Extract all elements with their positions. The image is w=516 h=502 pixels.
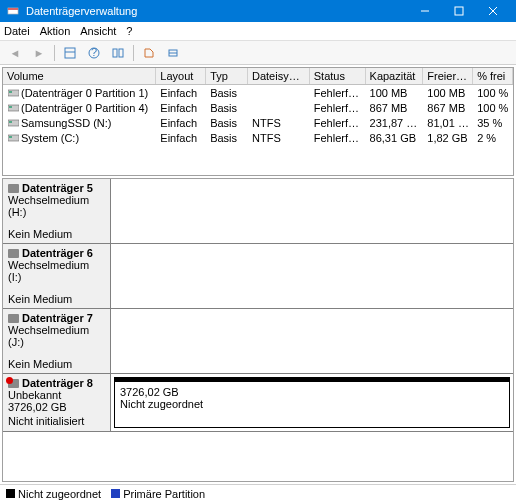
svg-rect-17 [9,106,12,108]
menubar: Datei Aktion Ansicht ? [0,22,516,41]
window-title: Datenträgerverwaltung [26,5,408,17]
col-pct[interactable]: % frei [473,68,513,84]
disk-row[interactable]: Datenträger 5Wechselmedium (H:)Kein Medi… [3,179,513,244]
vol-size: 3726,02 GB [120,386,504,398]
cell-layout: Einfach [156,87,206,99]
cell-pct: 100 % [473,87,513,99]
disk-row[interactable]: Datenträger 7Wechselmedium (J:)Kein Medi… [3,309,513,374]
unallocated-stripe [115,378,509,382]
disk-title: Datenträger 7 [22,312,93,324]
cell-cap: 867 MB [366,102,424,114]
menu-ansicht[interactable]: Ansicht [80,25,116,37]
cell-cap: 231,87 GB [366,117,424,129]
disk-status: Kein Medium [8,228,105,240]
col-capacity[interactable]: Kapazität [366,68,424,84]
disk-volume-area [111,244,513,308]
toolbar-btn-1[interactable] [59,43,81,63]
menu-aktion[interactable]: Aktion [40,25,71,37]
toolbar-divider [54,45,55,61]
col-layout[interactable]: Layout [156,68,206,84]
drive-icon [7,87,19,97]
drive-icon [7,132,19,142]
titlebar: Datenträgerverwaltung [0,0,516,22]
cell-type: Basis [206,132,248,144]
svg-rect-1 [8,8,18,10]
col-type[interactable]: Typ [206,68,248,84]
toolbar-divider [133,45,134,61]
minimize-button[interactable] [408,0,442,22]
disk-title: Datenträger 5 [22,182,93,194]
svg-text:?: ? [91,46,97,58]
maximize-button[interactable] [442,0,476,22]
volume-row[interactable]: SamsungSSD (N:)EinfachBasisNTFSFehlerfre… [3,115,513,130]
toolbar-btn-5[interactable] [162,43,184,63]
disk-media: Wechselmedium (J:) [8,324,105,348]
cell-pct: 100 % [473,102,513,114]
disk-info-panel: Datenträger 6Wechselmedium (I:)Kein Medi… [3,244,111,308]
cell-layout: Einfach [156,117,206,129]
col-free[interactable]: Freier S... [423,68,473,84]
volume-table-body[interactable]: (Datenträger 0 Partition 1)EinfachBasisF… [3,85,513,175]
cell-fs: NTFS [248,117,310,129]
volume-row[interactable]: (Datenträger 0 Partition 1)EinfachBasisF… [3,85,513,100]
svg-rect-3 [455,7,463,15]
legend-primary: Primäre Partition [111,488,205,500]
toolbar-btn-4[interactable] [138,43,160,63]
menu-help[interactable]: ? [126,25,132,37]
disk-row[interactable]: Datenträger 6Wechselmedium (I:)Kein Medi… [3,244,513,309]
cell-cap: 100 MB [366,87,424,99]
col-volume[interactable]: Volume [3,68,156,84]
disk-icon [8,379,19,388]
menu-datei[interactable]: Datei [4,25,30,37]
volume-row[interactable]: (Datenträger 0 Partition 4)EinfachBasisF… [3,100,513,115]
swatch-blue [111,489,120,498]
disk-status: Kein Medium [8,293,105,305]
cell-status: Fehlerfrei ... [310,132,366,144]
disk-info-panel: Datenträger 7Wechselmedium (J:)Kein Medi… [3,309,111,373]
cell-status: Fehlerfrei ... [310,117,366,129]
svg-rect-21 [9,136,12,138]
disk-title: Datenträger 8 [22,377,93,389]
cell-free: 81,01 GB [423,117,473,129]
disk-graphic-pane[interactable]: Datenträger 5Wechselmedium (H:)Kein Medi… [2,178,514,482]
cell-layout: Einfach [156,132,206,144]
volume-row[interactable]: System (C:)EinfachBasisNTFSFehlerfrei ..… [3,130,513,145]
svg-rect-11 [119,49,123,57]
volume-name: SamsungSSD (N:) [21,117,111,129]
disk-row[interactable]: Datenträger 8Unbekannt3726,02 GBNicht in… [3,374,513,432]
disk-info-panel: Datenträger 8Unbekannt3726,02 GBNicht in… [3,374,111,431]
cell-free: 100 MB [423,87,473,99]
help-icon[interactable]: ? [83,43,105,63]
disk-volume-area [111,309,513,373]
forward-button[interactable]: ► [28,43,50,63]
disk-size: 3726,02 GB [8,401,105,413]
disk-info-panel: Datenträger 5Wechselmedium (H:)Kein Medi… [3,179,111,243]
close-button[interactable] [476,0,510,22]
cell-fs: NTFS [248,132,310,144]
svg-rect-19 [9,121,12,123]
cell-type: Basis [206,117,248,129]
disk-media: Wechselmedium (H:) [8,194,105,218]
vol-state: Nicht zugeordnet [120,398,504,410]
app-icon [6,4,20,18]
cell-cap: 86,31 GB [366,132,424,144]
cell-layout: Einfach [156,102,206,114]
cell-pct: 35 % [473,117,513,129]
cell-status: Fehlerfrei ... [310,87,366,99]
cell-free: 867 MB [423,102,473,114]
back-button[interactable]: ◄ [4,43,26,63]
disk-volume-area: 3726,02 GBNicht zugeordnet [111,374,513,431]
disk-icon [8,249,19,258]
cell-free: 1,82 GB [423,132,473,144]
swatch-black [6,489,15,498]
disk-status: Kein Medium [8,358,105,370]
disk-title: Datenträger 6 [22,247,93,259]
toolbar-btn-3[interactable] [107,43,129,63]
cell-type: Basis [206,102,248,114]
cell-pct: 2 % [473,132,513,144]
volume-box[interactable]: 3726,02 GBNicht zugeordnet [114,377,510,428]
col-fs[interactable]: Dateisystem [248,68,310,84]
col-status[interactable]: Status [310,68,366,84]
svg-rect-15 [9,91,12,93]
cell-status: Fehlerfrei ... [310,102,366,114]
